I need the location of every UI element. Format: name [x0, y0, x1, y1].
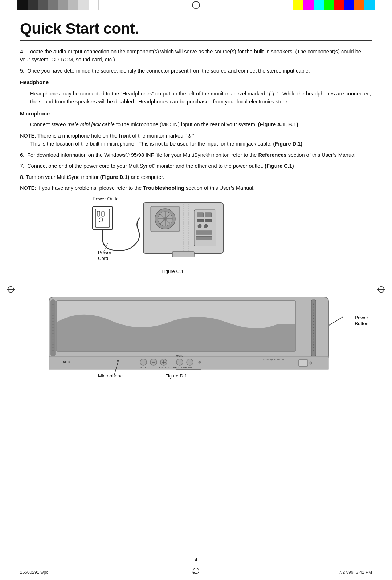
svg-point-100	[309, 362, 312, 364]
svg-rect-36	[196, 236, 212, 240]
item-7: 7. Connect one end of the power cord to …	[20, 162, 372, 170]
figure-c1-label: Figure C.1	[162, 269, 184, 274]
svg-point-68	[313, 315, 314, 316]
svg-text:CONTROL: CONTROL	[158, 366, 170, 369]
svg-rect-31	[197, 219, 204, 222]
crosshair-right-icon	[377, 285, 385, 295]
svg-point-46	[53, 303, 54, 305]
color-blocks	[293, 0, 375, 10]
svg-point-93	[176, 359, 183, 365]
page-title: Quick Start cont.	[20, 20, 372, 37]
svg-point-79	[313, 347, 314, 348]
svg-point-95	[187, 359, 193, 365]
footer-left: 15500291.wpc	[20, 570, 48, 575]
svg-point-97	[199, 361, 201, 363]
svg-line-102	[114, 362, 118, 375]
svg-rect-35	[196, 231, 212, 234]
svg-point-72	[313, 327, 314, 328]
svg-point-70	[313, 321, 314, 322]
footer-center: 6	[192, 570, 195, 575]
crosshair-left-icon	[7, 285, 15, 295]
microphone-text: Connect stereo male mini jack cable to t…	[30, 121, 372, 128]
svg-point-77	[313, 341, 314, 342]
svg-point-67	[313, 312, 314, 313]
svg-point-48	[53, 309, 54, 310]
svg-point-71	[313, 324, 314, 325]
crosshair-top-icon	[190, 0, 202, 11]
svg-point-69	[313, 318, 314, 319]
svg-point-66	[313, 309, 314, 310]
svg-rect-14	[97, 211, 100, 216]
corner-mark-bl	[12, 562, 18, 568]
svg-point-51	[53, 318, 54, 319]
monitor-back-svg	[140, 199, 234, 270]
svg-point-47	[53, 306, 54, 307]
item-8: 8. Turn on your MultiSync monitor (Figur…	[20, 173, 372, 181]
svg-point-62	[53, 350, 54, 351]
note-1: NOTE: There is a microphone hole on the …	[20, 132, 372, 148]
svg-point-80	[313, 350, 314, 351]
svg-point-61	[53, 347, 54, 348]
svg-point-73	[313, 330, 314, 331]
microphone-arrow	[107, 359, 129, 377]
corner-mark-tr	[374, 12, 380, 18]
svg-point-78	[313, 344, 314, 345]
svg-point-54	[53, 327, 54, 328]
microphone-heading: Microphone	[20, 110, 372, 118]
figure-d1-label: Figure D.1	[165, 373, 187, 379]
svg-point-60	[53, 344, 54, 345]
title-rule	[20, 40, 372, 41]
svg-rect-32	[205, 219, 212, 222]
item-4: 4. Locate the audio output connection on…	[20, 48, 372, 64]
svg-point-56	[53, 332, 54, 334]
svg-point-58	[53, 338, 54, 339]
item-6: 6. For download information on the Windo…	[20, 151, 372, 159]
page-number: 4	[195, 557, 197, 563]
svg-point-59	[53, 341, 54, 342]
corner-mark-tl	[12, 12, 18, 18]
svg-point-55	[53, 330, 54, 331]
svg-rect-39	[172, 252, 194, 257]
svg-point-75	[313, 335, 314, 336]
svg-point-64	[313, 303, 314, 305]
page-footer: 15500291.wpc 6 7/27/99, 3:41 PM	[20, 570, 372, 575]
headphone-text: Headphones may be connected to the “Head…	[30, 90, 372, 106]
svg-text:EXIT: EXIT	[140, 366, 146, 369]
svg-point-53	[53, 324, 54, 325]
body-text: 4. Locate the audio output connection on…	[20, 48, 372, 192]
figure-d1-area: PowerButton	[20, 282, 372, 384]
svg-point-34	[204, 224, 208, 228]
main-content: Quick Start cont. 4. Locate the audio ou…	[20, 16, 372, 562]
headphone-heading: Headphone	[20, 78, 372, 86]
corner-mark-br	[374, 562, 380, 568]
svg-text:MUTE: MUTE	[176, 355, 183, 357]
svg-text:RESET: RESET	[185, 366, 194, 369]
svg-point-16	[99, 218, 103, 222]
svg-point-33	[198, 224, 201, 228]
svg-text:MultiSync M700: MultiSync M700	[263, 358, 284, 361]
svg-point-65	[313, 306, 314, 307]
svg-point-74	[313, 332, 314, 334]
footer-right: 7/27/99, 3:41 PM	[339, 570, 372, 575]
svg-point-52	[53, 321, 54, 322]
svg-point-50	[53, 315, 54, 316]
monitor-front-svg: NEC EXIT CONTROL MUTE PROCEED RESET	[38, 293, 339, 373]
svg-point-76	[313, 338, 314, 339]
note-2: NOTE: If you have any problems, please r…	[20, 184, 372, 192]
grayscale-blocks	[17, 0, 99, 10]
svg-text:NEC: NEC	[63, 360, 70, 364]
item-5: 5. Once you have determined the source, …	[20, 67, 372, 75]
svg-rect-99	[299, 360, 308, 366]
registration-bar	[0, 0, 392, 10]
svg-text:PROCEED: PROCEED	[173, 366, 186, 369]
svg-rect-30	[205, 213, 212, 217]
svg-point-49	[53, 312, 54, 313]
svg-rect-29	[197, 213, 204, 217]
figure-c1-area: Power Outlet PowerCord	[20, 196, 372, 279]
svg-point-84	[140, 359, 147, 365]
power-button-label: PowerButton	[355, 315, 368, 327]
svg-point-57	[53, 335, 54, 336]
power-cord-label: PowerCord	[98, 250, 111, 262]
svg-rect-15	[102, 211, 104, 216]
